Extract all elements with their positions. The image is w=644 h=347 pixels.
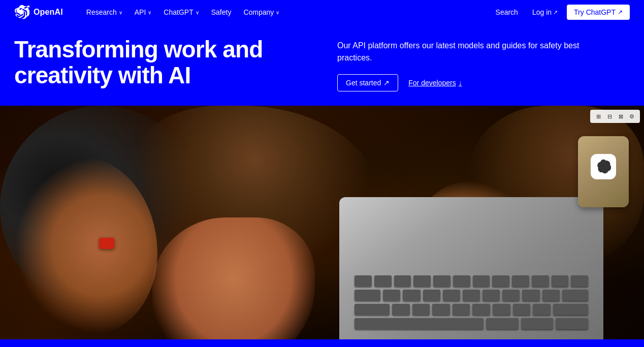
key	[472, 304, 490, 315]
keyboard-row	[355, 290, 588, 301]
for-developers-button[interactable]: For developers ↓	[408, 79, 462, 87]
key	[433, 275, 450, 287]
key	[443, 290, 460, 301]
nav-safety[interactable]: Safety	[206, 5, 237, 19]
key	[403, 290, 420, 301]
brand-name: OpenAI	[34, 8, 63, 17]
key	[553, 304, 588, 315]
nav-chatgpt[interactable]: ChatGPT ∨	[158, 5, 204, 19]
arrow-icon: ↗	[618, 9, 623, 16]
brand-logo[interactable]: OpenAI	[14, 5, 63, 20]
watch-left	[99, 238, 114, 249]
key	[392, 304, 410, 315]
key	[571, 275, 588, 287]
nav-api[interactable]: API ∨	[130, 5, 157, 19]
keyboard-row	[355, 275, 588, 287]
image-expand-icon[interactable]: ⊠	[616, 111, 626, 121]
get-started-button[interactable]: Get started ↗	[337, 74, 398, 91]
phone-device	[578, 136, 629, 207]
openai-logo-icon	[14, 5, 29, 20]
key	[473, 275, 490, 287]
hero-description: Our API platform offers our latest model…	[337, 40, 601, 64]
hand-center	[152, 217, 315, 339]
spacebar	[355, 318, 484, 329]
key	[556, 318, 588, 329]
chevron-down-icon: ∨	[148, 10, 151, 15]
key	[423, 290, 440, 301]
image-toolbar: ⊞ ⊟ ⊠ ⚙	[590, 110, 640, 123]
key	[383, 290, 400, 301]
hero-image: ⊞ ⊟ ⊠ ⚙	[0, 106, 644, 339]
key	[502, 290, 520, 301]
key	[453, 275, 470, 287]
key	[482, 290, 500, 301]
hero-section: Transforming work and creativity with AI…	[0, 24, 644, 106]
navbar: OpenAI Research ∨ API ∨ ChatGPT ∨ Safety…	[0, 0, 644, 24]
key	[533, 304, 551, 315]
key	[355, 275, 372, 287]
key	[513, 304, 531, 315]
login-button[interactable]: Log in ↗	[527, 5, 563, 19]
key	[412, 304, 430, 315]
hero-left-content: Transforming work and creativity with AI	[14, 37, 307, 88]
key	[521, 318, 554, 329]
arrow-down-icon: ↓	[459, 79, 462, 87]
bottom-bar	[0, 339, 644, 345]
key	[486, 318, 519, 329]
key	[542, 290, 560, 301]
laptop	[339, 197, 603, 339]
key	[512, 275, 529, 287]
nav-company[interactable]: Company ∨	[238, 5, 284, 19]
hero-title: Transforming work and creativity with AI	[14, 37, 278, 88]
key	[394, 275, 411, 287]
key	[432, 304, 450, 315]
key	[355, 304, 390, 315]
hero-cta-buttons: Get started ↗ For developers ↓	[337, 74, 630, 91]
key	[355, 290, 380, 301]
key	[492, 275, 509, 287]
external-link-icon: ↗	[553, 9, 558, 16]
nav-right-actions: Search Log in ↗ Try ChatGPT ↗	[491, 5, 630, 20]
key	[532, 275, 549, 287]
key	[562, 290, 588, 301]
hero-right-content: Our API platform offers our latest model…	[337, 37, 630, 91]
try-chatgpt-button[interactable]: Try ChatGPT ↗	[567, 5, 630, 20]
keyboard-row	[355, 304, 588, 315]
key	[463, 290, 480, 301]
keyboard	[355, 275, 588, 329]
image-settings-icon[interactable]: ⚙	[627, 111, 637, 121]
image-minimize-icon[interactable]: ⊟	[604, 111, 615, 121]
key	[374, 275, 392, 287]
key	[493, 304, 510, 315]
key	[552, 275, 569, 287]
image-view-icon[interactable]: ⊞	[593, 111, 603, 121]
arrow-up-right-icon: ↗	[383, 79, 390, 87]
nav-research[interactable]: Research ∨	[81, 5, 127, 19]
nav-links: Research ∨ API ∨ ChatGPT ∨ Safety Compan…	[81, 5, 491, 19]
chevron-down-icon: ∨	[196, 10, 199, 15]
keyboard-row	[355, 318, 588, 329]
phone-app-icon	[591, 154, 616, 179]
chevron-down-icon: ∨	[276, 10, 279, 15]
key	[522, 290, 539, 301]
search-button[interactable]: Search	[491, 5, 523, 19]
key	[413, 275, 431, 287]
key	[453, 304, 470, 315]
chevron-down-icon: ∨	[119, 10, 122, 15]
